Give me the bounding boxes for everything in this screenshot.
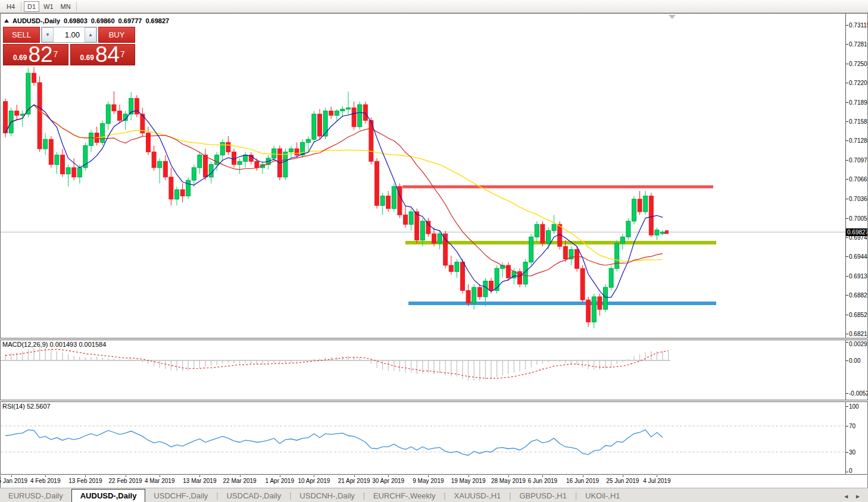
one-click-trading-widget: SELL ▼ 1.00 ▲ BUY 0.69 82 7 0.69 84 7: [3, 27, 135, 65]
macd-chart: [1, 340, 846, 400]
date-axis-label: 4 Jul 2019: [643, 478, 670, 484]
date-axis-tick: [623, 475, 623, 477]
date-axis-tick: [583, 475, 583, 477]
volume-spinner: ▼ 1.00 ▲: [41, 27, 97, 43]
tab-scroll-left-icon[interactable]: ◄: [843, 493, 849, 500]
current-price-tag: 0.69827: [846, 228, 867, 236]
macd-plot[interactable]: MACD(12,26,9) 0.001493 0.001584: [1, 340, 846, 400]
date-axis-tick: [240, 475, 241, 477]
price-axis-tick: [846, 140, 848, 141]
buy-button[interactable]: BUY: [98, 27, 135, 43]
sell-price-tile[interactable]: 0.69 82 7: [3, 44, 68, 65]
price-axis-tick: [846, 276, 848, 277]
sell-button[interactable]: SELL: [3, 27, 40, 43]
date-axis-tick: [280, 475, 280, 477]
buy-price-prefix: 0.69: [80, 52, 94, 64]
date-axis-tick: [45, 475, 46, 477]
price-axis[interactable]: 0.69827 0.731150.728100.725050.722000.71…: [846, 14, 867, 338]
timeframe-button-h4[interactable]: H4: [3, 1, 18, 12]
date-axis[interactable]: 25 Jan 20194 Feb 201913 Feb 201922 Feb 2…: [0, 475, 868, 488]
price-axis-label: 0.72505: [849, 61, 867, 67]
price-axis-tick: [846, 218, 848, 219]
tab-scroll-right-icon[interactable]: ►: [855, 493, 861, 500]
chart-tab-gbpusd-h1[interactable]: GBPUSD-,H1: [511, 489, 574, 502]
date-axis-label: 10 Apr 2019: [298, 478, 330, 484]
ohlc-close: 0.69827: [145, 17, 169, 24]
main-chart-panel: AUDUSD-,Daily 0.69803 0.69860 0.69777 0.…: [0, 13, 868, 338]
tab-scroll-controls: ◄►: [843, 493, 868, 502]
volume-decrease-button[interactable]: ▼: [42, 27, 54, 42]
date-axis-tick: [469, 475, 469, 477]
date-axis-tick: [354, 475, 355, 477]
chart-tab-audusd-daily[interactable]: AUDUSD-,Daily: [71, 489, 146, 502]
macd-axis-label: 0.002984: [849, 341, 867, 347]
chart-tab-usdchf-daily[interactable]: USDCHF-,Daily: [145, 489, 216, 502]
collapse-triangle-icon[interactable]: [4, 19, 9, 23]
macd-axis-label: 0.00: [849, 357, 860, 364]
timeframe-button-d1[interactable]: D1: [24, 1, 39, 12]
price-axis-tick: [846, 315, 848, 315]
price-axis-label: 0.71890: [849, 99, 867, 106]
ohlc-open: 0.69803: [64, 17, 88, 24]
rsi-chart: [1, 402, 846, 474]
chart-tab-usdcad-daily[interactable]: USDCAD-,Daily: [218, 489, 289, 502]
date-axis-label: 1 Apr 2019: [266, 478, 294, 484]
date-axis-label: 21 Apr 2019: [338, 478, 370, 484]
macd-axis: 0.0029840.00-0.005256: [846, 340, 867, 400]
date-axis-label: 22 Mar 2019: [223, 478, 257, 484]
chart-tab-usdcnh-daily[interactable]: USDCNH-,Daily: [291, 489, 363, 502]
price-axis-label: 0.70050: [849, 215, 867, 222]
rsi-axis-label: 100: [849, 403, 859, 410]
price-chart-plot[interactable]: AUDUSD-,Daily 0.69803 0.69860 0.69777 0.…: [1, 14, 846, 338]
price-axis-label: 0.69440: [849, 253, 867, 260]
chart-shift-marker-icon[interactable]: [669, 15, 676, 19]
toolbar-separator: [21, 2, 21, 11]
price-axis-tick: [846, 121, 848, 122]
price-axis-tick: [846, 199, 848, 199]
buy-price-tile[interactable]: 0.69 84 7: [70, 44, 136, 65]
price-axis-tick: [846, 256, 848, 257]
price-axis-tick: [846, 44, 848, 45]
date-axis-label: 13 Feb 2019: [68, 478, 102, 484]
date-axis-label: 4 Feb 2019: [30, 478, 61, 484]
price-axis-tick: [846, 83, 848, 83]
macd-axis-tick: [846, 360, 848, 361]
rsi-panel: RSI(14) 52.5607 10070300: [0, 401, 868, 475]
date-axis-label: 9 May 2019: [413, 478, 444, 484]
volume-increase-button[interactable]: ▲: [85, 27, 96, 42]
rsi-axis-tick: [846, 472, 848, 472]
chart-symbol-label: AUDUSD-,Daily: [13, 17, 60, 24]
price-axis-label: 0.68520: [849, 312, 867, 318]
sell-price-pip: 7: [54, 45, 58, 64]
date-axis-label: 19 May 2019: [451, 478, 486, 484]
price-axis-tick: [846, 179, 848, 180]
volume-input[interactable]: 1.00: [54, 27, 85, 42]
price-axis-label: 0.71280: [849, 137, 867, 144]
chart-tab-eurchf-weekly[interactable]: EURCHF-,Weekly: [365, 489, 444, 502]
price-axis-label: 0.72200: [849, 80, 867, 86]
price-axis-tick: [846, 295, 848, 296]
macd-axis-tick: [846, 393, 848, 394]
date-axis-label: 25 Jan 2019: [0, 478, 27, 484]
chart-tab-xauusd-h1[interactable]: XAUUSD-,H1: [446, 489, 510, 502]
rsi-axis-label: 70: [849, 423, 855, 429]
macd-panel: MACD(12,26,9) 0.001493 0.001584 0.002984…: [0, 340, 868, 400]
date-axis-tick: [126, 475, 126, 477]
chart-title: AUDUSD-,Daily 0.69803 0.69860 0.69777 0.…: [4, 17, 169, 24]
sell-price-prefix: 0.69: [13, 52, 27, 64]
price-axis-label: 0.69130: [849, 273, 867, 280]
timeframe-button-mn[interactable]: MN: [58, 1, 74, 12]
chart-tab-eurusd-daily[interactable]: EURUSD-,Daily: [0, 489, 71, 502]
rsi-plot[interactable]: RSI(14) 52.5607: [1, 402, 846, 474]
buy-price-big: 84: [95, 46, 120, 64]
rsi-axis-tick: [846, 406, 848, 407]
price-axis-label: 0.73115: [849, 22, 867, 29]
macd-axis-tick: [846, 342, 848, 343]
date-axis-tick: [428, 475, 429, 477]
date-axis-label: 30 Apr 2019: [372, 478, 404, 484]
price-axis-label: 0.70665: [849, 176, 867, 183]
timeframe-button-w1[interactable]: W1: [40, 1, 57, 12]
macd-label: MACD(12,26,9) 0.001493 0.001584: [2, 341, 106, 348]
date-axis-tick: [199, 475, 200, 477]
chart-tab-ukoil-h1[interactable]: UKOil-,H1: [577, 489, 629, 502]
